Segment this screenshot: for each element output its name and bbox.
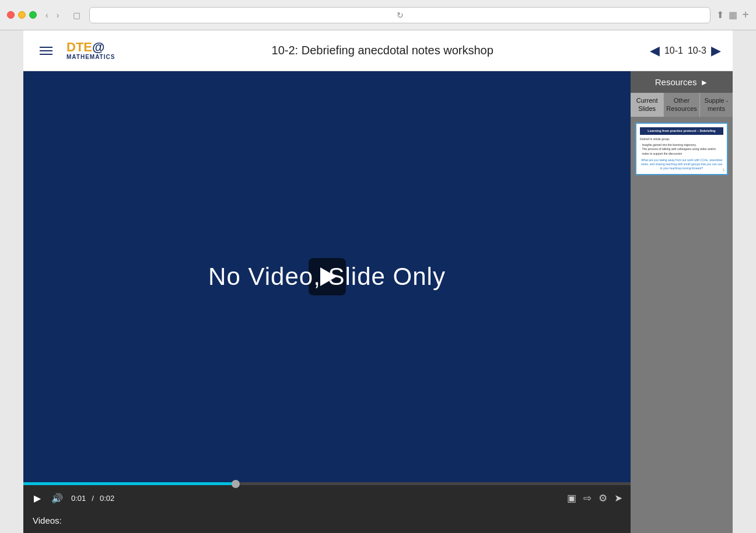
resources-panel: Resources ► Current Slides Other Resourc…	[631, 71, 733, 533]
fullscreen-icon[interactable]: ▣	[567, 492, 576, 504]
tab-current-slides-label: Current Slides	[636, 97, 658, 112]
page-title: 10-2: Debriefing anecdotal notes worksho…	[115, 44, 650, 57]
app-header: DTE@ MATHEMATICS 10-2: Debriefing anecdo…	[23, 30, 733, 71]
duplicate-icon[interactable]: ▦	[729, 9, 737, 20]
refresh-icon[interactable]: ↻	[397, 11, 404, 20]
mute-button[interactable]: 🔊	[49, 492, 65, 505]
share-icon[interactable]: ⬆	[716, 9, 724, 20]
settings-icon[interactable]: ⚙	[598, 492, 607, 504]
hamburger-icon	[40, 47, 52, 55]
slide-thumbnail-area: Learning from practice protocol – Debrie…	[631, 117, 733, 533]
play-button[interactable]: ▶	[32, 492, 43, 505]
video-section: No Video, Slide Only ▶ 🔊 0:01 / 0:02 ▣ ⇨…	[23, 71, 631, 533]
browser-right-icons: ⬆ ▦ +	[716, 8, 749, 22]
logo-area: DTE@ MATHEMATICS	[66, 41, 115, 60]
forward-button[interactable]: ›	[54, 9, 62, 21]
browser-chrome: ‹ › ▢ ↻ ⬆ ▦ +	[0, 0, 756, 30]
maximize-button[interactable]	[29, 11, 37, 19]
tab-other-resources-label: Other Resources	[666, 97, 697, 112]
slide-number: 1	[723, 168, 724, 172]
time-current: 0:01	[71, 494, 86, 503]
window-button[interactable]: ▢	[70, 9, 83, 21]
app-wrapper: DTE@ MATHEMATICS 10-2: Debriefing anecdo…	[23, 30, 733, 533]
slide-thumb-body: Debrief in whole group: Insights gained …	[640, 137, 723, 156]
time-separator: /	[92, 494, 94, 503]
video-progress-thumb[interactable]	[232, 480, 240, 488]
address-bar[interactable]: ↻	[89, 7, 710, 23]
slide-thumb-title: Learning from practice protocol – Debrie…	[640, 127, 723, 135]
tab-supplements-label: Supple -ments	[704, 97, 728, 112]
no-video-text: No Video, Slide Only	[208, 263, 446, 291]
logo-at: @	[92, 40, 104, 54]
videos-label: Videos:	[23, 511, 631, 533]
hamburger-line	[40, 54, 52, 55]
video-controls: ▶ 🔊 0:01 / 0:02 ▣ ⇨ ⚙ ➤	[23, 485, 631, 511]
slide-bullet-2: The process of talking with colleagues u…	[640, 147, 723, 156]
new-tab-icon[interactable]: +	[742, 8, 749, 22]
controls-right: ▣ ⇨ ⚙ ➤	[567, 492, 622, 504]
video-container[interactable]: No Video, Slide Only	[23, 71, 631, 482]
browser-nav: ‹ ›	[43, 9, 62, 21]
time-total: 0:02	[100, 494, 114, 503]
nav-arrows: ◀ 10-1 10-3 ▶	[650, 43, 721, 58]
tab-supplements[interactable]: Supple -ments	[700, 93, 733, 117]
prev-page-button[interactable]: ◀	[650, 43, 660, 58]
resources-tabs: Current Slides Other Resources Supple -m…	[631, 93, 733, 117]
main-content: No Video, Slide Only ▶ 🔊 0:01 / 0:02 ▣ ⇨…	[23, 71, 733, 533]
logo-sub: MATHEMATICS	[66, 54, 115, 60]
share-video-icon[interactable]: ➤	[614, 492, 622, 504]
slide-thumb-blue-text: What are you taking away from our work w…	[640, 158, 723, 170]
video-progress-bar[interactable]	[23, 482, 631, 485]
slide-thumbnail[interactable]: Learning from practice protocol – Debrie…	[635, 123, 728, 176]
back-button[interactable]: ‹	[43, 9, 51, 21]
tab-current-slides[interactable]: Current Slides	[631, 93, 664, 117]
resources-expand-icon[interactable]: ►	[700, 78, 708, 87]
menu-button[interactable]	[35, 44, 57, 57]
resources-title: Resources	[655, 77, 697, 87]
logo-text: DTE@	[66, 41, 115, 54]
video-progress-fill	[23, 482, 236, 485]
slide-body-heading: Debrief in whole group:	[640, 137, 723, 142]
resources-header: Resources ►	[631, 71, 733, 93]
prev-page-label: 10-1	[664, 46, 683, 56]
tab-other-resources[interactable]: Other Resources	[664, 93, 700, 117]
hamburger-line	[40, 47, 52, 48]
videos-label-text: Videos:	[33, 515, 62, 525]
next-page-button[interactable]: ▶	[711, 43, 721, 58]
traffic-lights	[7, 11, 37, 19]
slide-bullet-1: Insights gained into the learning trajec…	[640, 143, 723, 148]
minimize-button[interactable]	[18, 11, 26, 19]
next-page-label: 10-3	[688, 46, 706, 56]
captions-icon[interactable]: ⇨	[583, 492, 592, 504]
hamburger-line	[40, 50, 52, 51]
close-button[interactable]	[7, 11, 15, 19]
